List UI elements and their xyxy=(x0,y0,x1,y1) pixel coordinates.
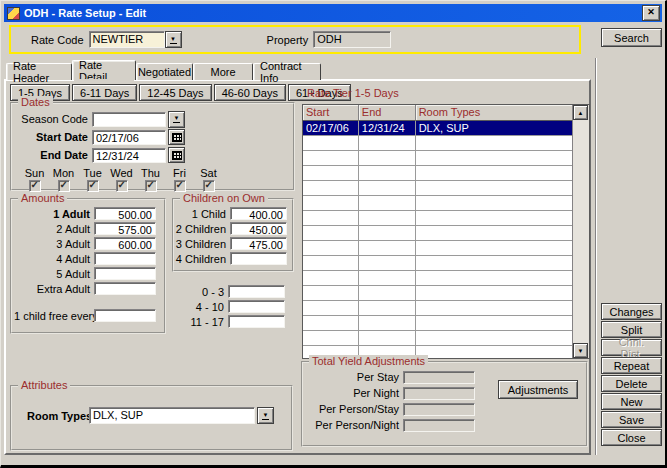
attributes-section-label: Attributes xyxy=(18,379,70,391)
child-3-label: 3 Children xyxy=(174,238,230,250)
tab-rate-detail[interactable]: Rate Detail xyxy=(72,60,136,80)
season-code-dropdown-icon[interactable]: ▼ xyxy=(168,111,185,128)
weekday-checkbox-row: Sun Mon Tue Wed Thu Fri Sat xyxy=(20,167,293,192)
grid-empty-row[interactable] xyxy=(303,241,572,256)
tab-rate-header[interactable]: Rate Header xyxy=(6,63,72,80)
age-4-10-field[interactable] xyxy=(228,300,285,313)
tab-negotiated[interactable]: Negotiated xyxy=(136,63,193,80)
tab-more[interactable]: More xyxy=(193,63,253,80)
grid-empty-row[interactable] xyxy=(303,211,572,226)
grid-empty-row[interactable] xyxy=(303,286,572,301)
tab-strip: Rate Header Rate Detail Negotiated More … xyxy=(6,60,321,80)
property-label: Property xyxy=(267,34,309,46)
rate-setup-window: ODH - Rate Setup - Edit ✕ Rate Code NEWT… xyxy=(0,0,667,468)
per-person-stay-label: Per Person/Stay xyxy=(303,403,403,415)
child-4-field[interactable] xyxy=(230,252,287,265)
day-checkbox-tue[interactable] xyxy=(87,180,99,192)
day-checkbox-thu[interactable] xyxy=(145,180,157,192)
adult-5-field[interactable] xyxy=(94,267,156,280)
grid-empty-row[interactable] xyxy=(303,226,572,241)
scroll-down-icon[interactable]: ▼ xyxy=(573,343,588,358)
extra-adult-field[interactable] xyxy=(94,282,156,295)
start-date-calendar-icon[interactable] xyxy=(168,129,185,145)
child-free-field[interactable] xyxy=(94,309,156,322)
grid-col-start: Start xyxy=(303,105,359,121)
day-label-sat: Sat xyxy=(200,167,217,179)
search-button[interactable]: Search xyxy=(601,28,662,47)
grid-empty-row[interactable] xyxy=(303,331,572,346)
day-checkbox-sun[interactable] xyxy=(29,180,41,192)
season-code-field[interactable] xyxy=(92,112,166,127)
per-person-night-label: Per Person/Night xyxy=(303,419,403,431)
attributes-group: Attributes Room Types DLX, SUP ▼ xyxy=(10,385,293,451)
grid-empty-row[interactable] xyxy=(303,181,572,196)
day-label-mon: Mon xyxy=(53,167,74,179)
day-checkbox-sat[interactable] xyxy=(203,180,215,192)
cell-room-types[interactable]: DLX, SUP xyxy=(416,121,572,136)
age-4-10-label: 4 - 10 xyxy=(172,301,228,313)
children-group: Children on Own 1 Child400.00 2 Children… xyxy=(172,198,294,272)
adult-4-field[interactable] xyxy=(94,252,156,265)
grid-empty-row[interactable] xyxy=(303,136,572,151)
adjustments-button[interactable]: Adjustments xyxy=(498,380,578,399)
rate-detail-panel: 1-5 Days 6-11 Days 12-45 Days 46-60 Days… xyxy=(4,79,591,455)
day-tab-6-11[interactable]: 6-11 Days xyxy=(72,84,137,101)
day-label-thu: Thu xyxy=(141,167,160,179)
app-icon xyxy=(7,7,20,20)
grid-empty-row[interactable] xyxy=(303,316,572,331)
day-checkbox-mon[interactable] xyxy=(58,180,70,192)
tab-contract-info[interactable]: Contract Info xyxy=(253,63,321,80)
grid-empty-row[interactable] xyxy=(303,166,572,181)
new-button[interactable]: New xyxy=(601,393,662,410)
adult-2-field[interactable]: 575.00 xyxy=(94,222,156,235)
room-types-field[interactable]: DLX, SUP xyxy=(89,407,255,424)
changes-button[interactable]: Changes xyxy=(601,303,662,320)
day-checkbox-fri[interactable] xyxy=(174,180,186,192)
age-0-3-field[interactable] xyxy=(228,285,285,298)
rate-tier-grid-body: 02/17/06 12/31/24 DLX, SUP xyxy=(303,121,572,358)
child-2-field[interactable]: 450.00 xyxy=(230,222,287,235)
repeat-button[interactable]: Repeat xyxy=(601,357,662,374)
room-types-label: Room Types xyxy=(27,410,89,422)
room-types-dropdown-icon[interactable]: ▼ xyxy=(257,407,274,424)
adult-3-field[interactable]: 600.00 xyxy=(94,237,156,250)
grid-scrollbar[interactable]: ▲ ▼ xyxy=(572,105,589,358)
grid-empty-row[interactable] xyxy=(303,301,572,316)
day-label-wed: Wed xyxy=(110,167,132,179)
rate-code-field[interactable]: NEWTIER xyxy=(89,31,165,48)
close-icon[interactable]: ✕ xyxy=(642,5,660,21)
adult-1-label: 1 Adult xyxy=(14,208,94,220)
dates-section-label: Dates xyxy=(18,96,53,108)
dates-group: Dates Season Code ▼ Start Date 02/17/06 … xyxy=(10,102,295,191)
child-1-field[interactable]: 400.00 xyxy=(230,207,287,220)
grid-empty-row[interactable] xyxy=(303,151,572,166)
extra-adult-label: Extra Adult xyxy=(14,283,94,295)
child-1-label: 1 Child xyxy=(174,208,230,220)
cell-end[interactable]: 12/31/24 xyxy=(359,121,416,136)
grid-empty-row[interactable] xyxy=(303,271,572,286)
age-11-17-field[interactable] xyxy=(228,315,285,328)
day-tab-12-45[interactable]: 12-45 Days xyxy=(139,84,211,101)
yield-group: Total Yield Adjustments Per Stay Per Nig… xyxy=(301,361,588,447)
grid-row-selected[interactable]: 02/17/06 12/31/24 DLX, SUP xyxy=(303,121,572,136)
scroll-up-icon[interactable]: ▲ xyxy=(573,105,588,120)
per-night-label: Per Night xyxy=(303,387,403,399)
end-date-calendar-icon[interactable] xyxy=(168,147,185,163)
day-checkbox-wed[interactable] xyxy=(116,180,128,192)
start-date-field[interactable]: 02/17/06 xyxy=(92,130,166,145)
grid-empty-row[interactable] xyxy=(303,196,572,211)
adult-1-field[interactable]: 500.00 xyxy=(94,207,156,220)
delete-button[interactable]: Delete xyxy=(601,375,662,392)
cell-start[interactable]: 02/17/06 xyxy=(303,121,359,136)
day-tab-46-60[interactable]: 46-60 Days xyxy=(214,84,286,101)
close-button[interactable]: Close xyxy=(601,429,662,446)
day-range-buttons: 1-5 Days 6-11 Days 12-45 Days 46-60 Days… xyxy=(10,84,353,101)
chnl-dist-button: Chnl. Dist. xyxy=(601,339,662,356)
per-stay-label: Per Stay xyxy=(303,371,403,383)
child-3-field[interactable]: 475.00 xyxy=(230,237,287,250)
grid-empty-row[interactable] xyxy=(303,256,572,271)
age-0-3-label: 0 - 3 xyxy=(172,286,228,298)
end-date-field[interactable]: 12/31/24 xyxy=(92,148,166,163)
rate-code-dropdown-icon[interactable]: ▼ xyxy=(165,31,182,48)
save-button[interactable]: Save xyxy=(601,411,662,428)
